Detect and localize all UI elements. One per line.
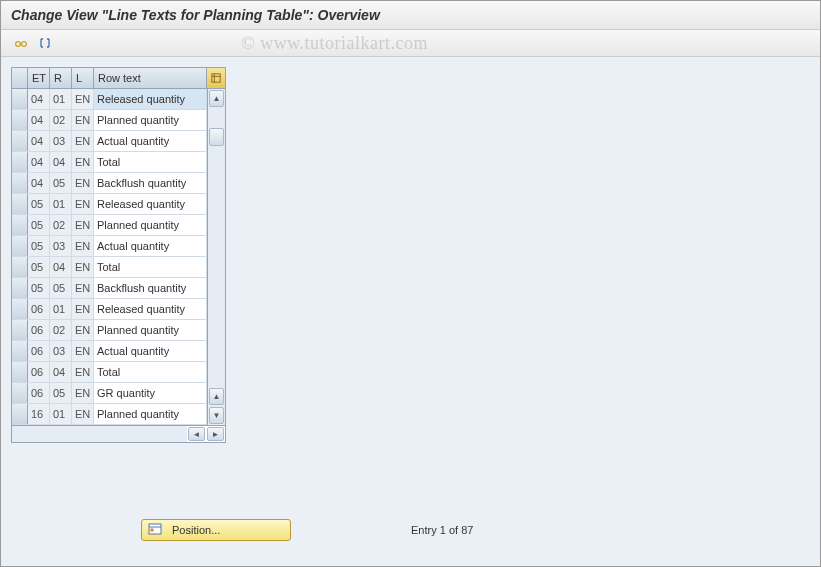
column-header-et[interactable]: ET [28,68,50,88]
cell-rowtext[interactable]: Total [94,362,207,382]
cell-rowtext[interactable]: GR quantity [94,383,207,403]
cell-rowtext[interactable]: Total [94,152,207,172]
toolbar [1,30,820,57]
cell-et: 04 [28,152,50,172]
row-selector[interactable] [12,362,28,382]
data-table: ET R L Row text 0401ENReleased quantity0… [11,67,226,443]
scroll-up-page-button[interactable]: ▲ [209,388,224,405]
cell-l: EN [72,215,94,235]
cell-l: EN [72,173,94,193]
table-row: 0603ENActual quantity [12,341,207,362]
column-header-l[interactable]: L [72,68,94,88]
table-row: 0604ENTotal [12,362,207,383]
cell-rowtext[interactable]: Actual quantity [94,131,207,151]
row-selector[interactable] [12,341,28,361]
table-row: 1601ENPlanned quantity [12,404,207,425]
svg-rect-2 [212,74,220,82]
row-selector[interactable] [12,110,28,130]
column-header-rowtext[interactable]: Row text [94,68,207,88]
hscroll-right-button[interactable]: ► [207,427,224,441]
position-button[interactable]: Position... [141,519,291,541]
table-row: 0405ENBackflush quantity [12,173,207,194]
footer: Position... Entry 1 of 87 [141,519,473,541]
cell-et: 06 [28,362,50,382]
svg-point-1 [22,42,27,47]
cell-l: EN [72,404,94,424]
cell-rowtext[interactable]: Planned quantity [94,404,207,424]
cell-l: EN [72,194,94,214]
position-icon [148,522,162,538]
cell-rowtext[interactable]: Released quantity [94,89,207,109]
row-selector[interactable] [12,236,28,256]
cell-r: 01 [50,404,72,424]
row-selector[interactable] [12,173,28,193]
row-selector[interactable] [12,320,28,340]
column-header-r[interactable]: R [50,68,72,88]
table-row: 0503ENActual quantity [12,236,207,257]
cell-l: EN [72,299,94,319]
row-selector[interactable] [12,194,28,214]
hscroll-track[interactable] [12,426,187,442]
column-header-selector[interactable] [12,68,28,88]
cell-r: 02 [50,320,72,340]
cell-l: EN [72,89,94,109]
table-row: 0402ENPlanned quantity [12,110,207,131]
scroll-track[interactable] [209,108,224,387]
table-row: 0601ENReleased quantity [12,299,207,320]
row-selector[interactable] [12,215,28,235]
table-row: 0502ENPlanned quantity [12,215,207,236]
svg-rect-7 [151,529,154,532]
cell-et: 06 [28,383,50,403]
cell-et: 16 [28,404,50,424]
bounds-icon [38,36,52,50]
cell-rowtext[interactable]: Total [94,257,207,277]
toolbar-delimit-button[interactable] [35,34,55,52]
cell-l: EN [72,320,94,340]
table-config-button[interactable] [207,68,225,88]
row-selector[interactable] [12,383,28,403]
cell-l: EN [72,131,94,151]
horizontal-scrollbar[interactable]: ◄ ► [12,425,225,442]
cell-rowtext[interactable]: Planned quantity [94,110,207,130]
cell-rowtext[interactable]: Backflush quantity [94,278,207,298]
cell-rowtext[interactable]: Released quantity [94,299,207,319]
row-selector[interactable] [12,131,28,151]
cell-rowtext[interactable]: Released quantity [94,194,207,214]
scroll-thumb[interactable] [209,128,224,146]
cell-rowtext[interactable]: Backflush quantity [94,173,207,193]
table-row: 0505ENBackflush quantity [12,278,207,299]
cell-r: 04 [50,257,72,277]
row-selector[interactable] [12,152,28,172]
cell-rowtext[interactable]: Planned quantity [94,215,207,235]
row-selector[interactable] [12,299,28,319]
cell-et: 05 [28,278,50,298]
cell-rowtext[interactable]: Planned quantity [94,320,207,340]
row-selector[interactable] [12,278,28,298]
cell-rowtext[interactable]: Actual quantity [94,341,207,361]
cell-r: 05 [50,278,72,298]
glasses-icon [14,36,28,50]
vertical-scrollbar[interactable]: ▲ ▲ ▼ [207,89,225,425]
cell-l: EN [72,362,94,382]
cell-r: 03 [50,236,72,256]
row-selector[interactable] [12,257,28,277]
table-row: 0501ENReleased quantity [12,194,207,215]
cell-r: 01 [50,299,72,319]
cell-et: 04 [28,110,50,130]
row-selector[interactable] [12,404,28,424]
scroll-up-button[interactable]: ▲ [209,90,224,107]
position-label: Position... [172,524,220,536]
table-row: 0401ENReleased quantity [12,89,207,110]
scroll-down-button[interactable]: ▼ [209,407,224,424]
hscroll-left-button[interactable]: ◄ [188,427,205,441]
row-selector[interactable] [12,89,28,109]
cell-l: EN [72,278,94,298]
cell-rowtext[interactable]: Actual quantity [94,236,207,256]
table-row: 0504ENTotal [12,257,207,278]
cell-r: 01 [50,194,72,214]
toolbar-other-view-button[interactable] [11,34,31,52]
cell-et: 05 [28,236,50,256]
cell-l: EN [72,257,94,277]
table-header: ET R L Row text [12,68,225,89]
cell-r: 03 [50,341,72,361]
